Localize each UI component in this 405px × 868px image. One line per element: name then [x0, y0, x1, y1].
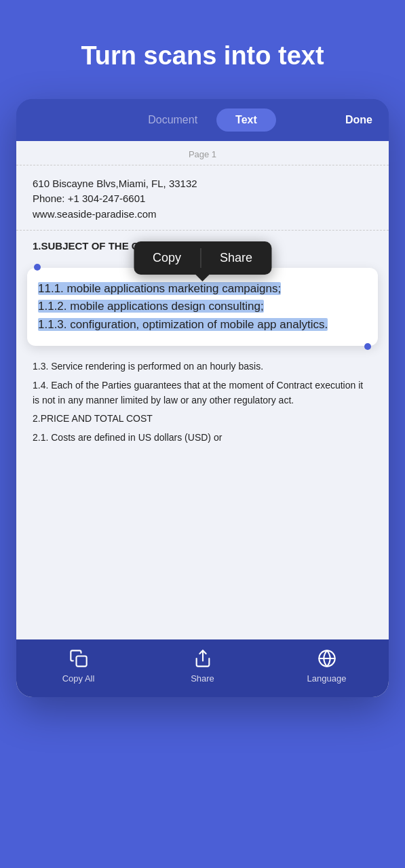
selected-line1: 11.1. mobile applications marketing camp…	[38, 282, 281, 295]
share-icon	[193, 649, 212, 671]
more-text-p1: 1.3. Service rendering is performed on a…	[33, 359, 372, 374]
page-title: Turn scans into text	[0, 0, 405, 99]
address-section: 610 Biscayne Blvs,Miami, FL, 33132 Phone…	[16, 165, 389, 231]
address-line1: 610 Biscayne Blvs,Miami, FL, 33132	[33, 176, 372, 192]
phone-container: Document Text Done Page 1 610 Biscayne B…	[16, 99, 389, 697]
selection-handle-top	[34, 264, 41, 271]
tab-text[interactable]: Text	[216, 108, 276, 132]
selected-line2: 1.1.2. mobile applications design consul…	[38, 300, 264, 313]
bottom-tab-share[interactable]: Share	[141, 649, 264, 684]
more-text-p3: 2.PRICE AND TOTAL COST	[33, 412, 372, 427]
page-label: Page 1	[16, 141, 389, 165]
copy-menu-item[interactable]: Copy	[134, 241, 200, 275]
svg-rect-0	[76, 656, 86, 666]
context-menu: Copy Share	[134, 241, 271, 275]
language-icon	[317, 649, 336, 671]
selection-handle-bottom	[364, 343, 371, 350]
more-text-p4: 2.1. Costs are defined in US dollars (US…	[33, 431, 372, 446]
bottom-tab-language[interactable]: Language	[265, 649, 388, 684]
selected-text: 11.1. mobile applications marketing camp…	[38, 280, 367, 334]
copy-all-icon	[69, 649, 88, 671]
address-line2: Phone: +1 304-247-6601	[33, 191, 372, 207]
more-doc-text: 1.3. Service rendering is performed on a…	[16, 353, 389, 462]
tab-document[interactable]: Document	[129, 108, 216, 132]
share-label: Share	[191, 673, 214, 684]
selected-line3: 1.1.3. configuration, optimization of mo…	[38, 318, 328, 331]
bottom-tab-copy-all[interactable]: Copy All	[17, 649, 140, 684]
share-menu-item[interactable]: Share	[201, 241, 271, 275]
copy-all-label: Copy All	[62, 673, 95, 684]
tab-bar: Document Text Done	[16, 99, 389, 141]
done-button[interactable]: Done	[345, 114, 372, 126]
more-text-p2: 1.4. Each of the Parties guarantees that…	[33, 378, 372, 408]
document-area: Page 1 610 Biscayne Blvs,Miami, FL, 3313…	[16, 141, 389, 697]
language-label: Language	[307, 673, 347, 684]
address-line3: www.seaside-paradise.com	[33, 207, 372, 222]
bottom-tab-bar: Copy All Share	[16, 639, 389, 697]
